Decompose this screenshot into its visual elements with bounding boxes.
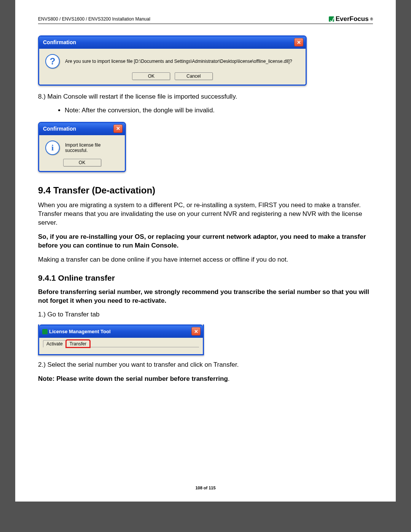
page-number: 108 of 115 — [15, 486, 396, 490]
dialog-message: Import license file successful. — [65, 142, 119, 153]
section-9-4-heading: 9.4 Transfer (De-activation) — [38, 185, 373, 196]
confirmation-dialog-import: Confirmation ✕ ? Are you sure to import … — [38, 35, 307, 86]
info-icon: i — [45, 141, 60, 155]
tab-activate[interactable]: Activate — [43, 340, 66, 347]
logo-icon — [329, 16, 334, 22]
dialog-message: Are you sure to import license file [D:\… — [65, 59, 299, 64]
section-9-4-p2: So, if you are re-installing your OS, or… — [38, 233, 373, 250]
lmt-title-area: License Management Tool — [42, 329, 111, 335]
section-9-4-p1: When you are migrating a system to a dif… — [38, 201, 373, 227]
brand-name: EverFocus — [336, 15, 369, 23]
brand-logo: EverFocus® — [329, 15, 373, 23]
license-management-tool-window: License Management Tool ✕ Activate Trans… — [38, 324, 204, 355]
page-header: ENVS800 / ENVS1600 / ENVS3200 Installati… — [38, 15, 373, 24]
note-write-serial: Note: Please write down the serial numbe… — [38, 375, 373, 383]
step-1-text: 1.) Go to Transfer tab — [38, 310, 373, 319]
note-dongle-invalid: Note: After the conversion, the dongle w… — [65, 107, 373, 114]
lmt-panel — [43, 347, 199, 350]
close-icon[interactable]: ✕ — [191, 327, 201, 335]
confirmation-dialog-success: Confirmation ✕ i Import license file suc… — [38, 122, 126, 172]
question-icon: ? — [45, 54, 60, 69]
section-9-4-1-p1: Before transferring serial number, we st… — [38, 288, 373, 305]
step-8-text: 8.) Main Console will restart if the lic… — [38, 93, 373, 101]
ok-button[interactable]: OK — [132, 72, 170, 80]
lmt-title-text: License Management Tool — [49, 329, 111, 334]
section-9-4-1-heading: 9.4.1 Online transfer — [38, 273, 373, 283]
ok-button[interactable]: OK — [63, 159, 101, 166]
step-2-text: 2.) Select the serial number you want to… — [38, 361, 373, 369]
app-icon — [42, 329, 48, 334]
close-icon[interactable]: ✕ — [113, 125, 123, 133]
dialog-title: Confirmation — [43, 39, 76, 45]
close-icon[interactable]: ✕ — [294, 38, 303, 46]
tab-transfer[interactable]: Transfer — [66, 340, 90, 347]
cancel-button[interactable]: Cancel — [175, 72, 213, 80]
dialog-title: Confirmation — [43, 126, 76, 132]
header-text: ENVS800 / ENVS1600 / ENVS3200 Installati… — [38, 16, 150, 22]
section-9-4-p3: Making a transfer can be done online if … — [38, 256, 373, 264]
